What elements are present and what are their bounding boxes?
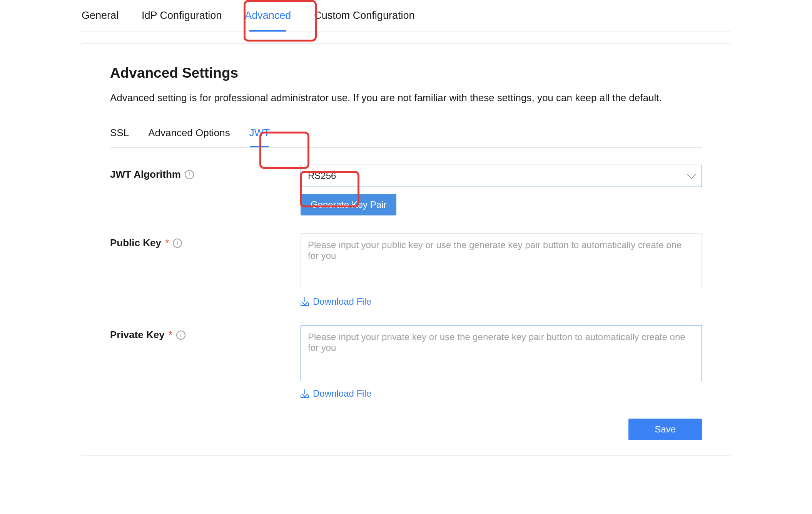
label-jwt-algorithm: JWT Algorithm i — [110, 165, 301, 180]
info-icon[interactable]: i — [185, 170, 194, 179]
tab-custom-configuration[interactable]: Custom Configuration — [314, 10, 414, 32]
label-private-key-text: Private Key — [110, 329, 165, 341]
chevron-down-icon — [687, 170, 696, 179]
label-public-key-text: Public Key — [110, 237, 161, 249]
sub-tabs: SSL Advanced Options JWT — [110, 127, 702, 148]
generate-key-pair-button[interactable]: Generate Key Pair — [301, 194, 396, 215]
jwt-algorithm-select[interactable]: RS256 — [301, 165, 702, 187]
panel-description: Advanced setting is for professional adm… — [110, 92, 702, 104]
download-public-key-link[interactable]: Download File — [301, 296, 371, 307]
info-icon[interactable]: i — [176, 330, 185, 340]
tab-general[interactable]: General — [82, 10, 119, 32]
jwt-algorithm-value: RS256 — [308, 170, 336, 181]
advanced-settings-panel: Advanced Settings Advanced setting is fo… — [81, 43, 731, 456]
subtab-jwt[interactable]: JWT — [249, 127, 270, 147]
download-icon — [301, 297, 309, 306]
row-jwt-algorithm: JWT Algorithm i RS256 Generate Key Pair — [110, 165, 702, 215]
download-public-key-text: Download File — [313, 296, 371, 307]
label-public-key: Public Key * i — [110, 233, 301, 249]
private-key-input[interactable] — [301, 325, 702, 381]
save-button[interactable]: Save — [628, 419, 702, 440]
top-tabs: General IdP Configuration Advanced Custo… — [81, 10, 731, 32]
label-jwt-algorithm-text: JWT Algorithm — [110, 169, 181, 180]
tab-advanced[interactable]: Advanced — [245, 10, 291, 32]
tab-idp-configuration[interactable]: IdP Configuration — [142, 10, 222, 32]
download-private-key-link[interactable]: Download File — [301, 388, 371, 399]
download-private-key-text: Download File — [313, 388, 371, 399]
subtab-advanced-options[interactable]: Advanced Options — [148, 127, 230, 147]
row-public-key: Public Key * i Download File — [110, 233, 702, 307]
download-icon — [301, 389, 309, 398]
label-private-key: Private Key * i — [110, 325, 301, 341]
row-private-key: Private Key * i Download File — [110, 325, 702, 399]
required-mark: * — [169, 329, 172, 341]
subtab-ssl[interactable]: SSL — [110, 127, 129, 147]
public-key-input[interactable] — [301, 233, 702, 289]
panel-title: Advanced Settings — [110, 65, 702, 81]
required-mark: * — [165, 237, 169, 249]
info-icon[interactable]: i — [173, 239, 182, 248]
